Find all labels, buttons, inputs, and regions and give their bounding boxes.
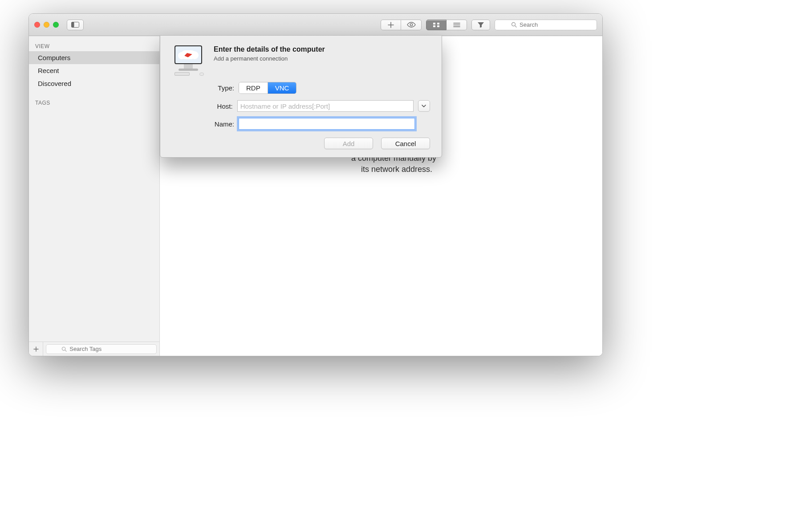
sidebar-item-discovered[interactable]: Discovered xyxy=(29,77,159,90)
host-history-dropdown[interactable] xyxy=(418,100,430,112)
chevron-down-icon xyxy=(422,105,426,107)
svg-rect-6 xyxy=(437,25,439,27)
eye-icon xyxy=(407,22,416,28)
sheet-subtitle: Add a permanent connection xyxy=(214,55,325,62)
funnel-icon xyxy=(477,22,484,28)
host-input[interactable] xyxy=(237,100,414,112)
sheet-title: Enter the details of the computer xyxy=(214,45,325,53)
sidebar-search-tags-input[interactable] xyxy=(69,346,141,352)
preview-button[interactable] xyxy=(401,20,422,30)
cancel-button[interactable]: Cancel xyxy=(381,138,430,149)
sidebar-item-recent[interactable]: Recent xyxy=(29,64,159,77)
add-tag-button[interactable] xyxy=(29,342,43,356)
list-view-button[interactable] xyxy=(447,20,467,30)
svg-rect-4 xyxy=(437,23,439,24)
type-vnc-button[interactable]: VNC xyxy=(268,82,296,94)
name-input[interactable] xyxy=(239,118,415,130)
svg-point-2 xyxy=(410,24,412,26)
sidebar-header-view: VIEW xyxy=(29,40,159,51)
toolbar-search[interactable] xyxy=(495,20,597,30)
layout-seg xyxy=(426,20,467,30)
add-confirm-button[interactable]: Add xyxy=(324,138,373,149)
toggle-sidebar-button[interactable] xyxy=(67,20,84,30)
type-label: Type: xyxy=(172,84,234,92)
list-icon xyxy=(453,22,460,28)
add-view-seg xyxy=(381,20,422,30)
app-icon xyxy=(172,45,205,74)
svg-point-8 xyxy=(62,347,65,350)
svg-rect-1 xyxy=(72,22,74,28)
grid-view-button[interactable] xyxy=(426,20,447,30)
minimize-window-button[interactable] xyxy=(44,22,49,28)
sidebar-item-computers[interactable]: Computers xyxy=(29,51,159,64)
app-window: VIEW Computers Recent Discovered TAGS xyxy=(28,13,603,356)
titlebar xyxy=(29,14,602,36)
filter-button[interactable] xyxy=(471,20,490,30)
host-label: Host: xyxy=(172,102,233,110)
plus-icon xyxy=(33,346,39,352)
zoom-window-button[interactable] xyxy=(53,22,59,28)
close-window-button[interactable] xyxy=(34,22,40,28)
sidebar-header-tags: TAGS xyxy=(29,96,159,108)
type-segmented-control[interactable]: RDP VNC xyxy=(239,82,296,94)
plus-icon xyxy=(388,22,394,28)
sidebar-footer xyxy=(29,342,159,356)
window-traffic-lights xyxy=(34,22,59,28)
svg-point-7 xyxy=(512,23,516,26)
svg-rect-3 xyxy=(433,23,435,24)
monitor-icon xyxy=(175,45,202,64)
toolbar-search-input[interactable] xyxy=(520,21,581,28)
grid-icon xyxy=(433,22,440,28)
add-computer-sheet: Enter the details of the computer Add a … xyxy=(160,35,442,158)
sidebar: VIEW Computers Recent Discovered TAGS xyxy=(29,36,160,356)
name-label: Name: xyxy=(172,120,234,128)
type-rdp-button[interactable]: RDP xyxy=(239,82,268,94)
sidebar-icon xyxy=(71,22,79,28)
search-icon xyxy=(511,22,517,28)
search-icon xyxy=(61,346,67,352)
sidebar-search-tags[interactable] xyxy=(46,344,157,354)
svg-rect-5 xyxy=(433,25,435,27)
add-button[interactable] xyxy=(381,20,401,30)
